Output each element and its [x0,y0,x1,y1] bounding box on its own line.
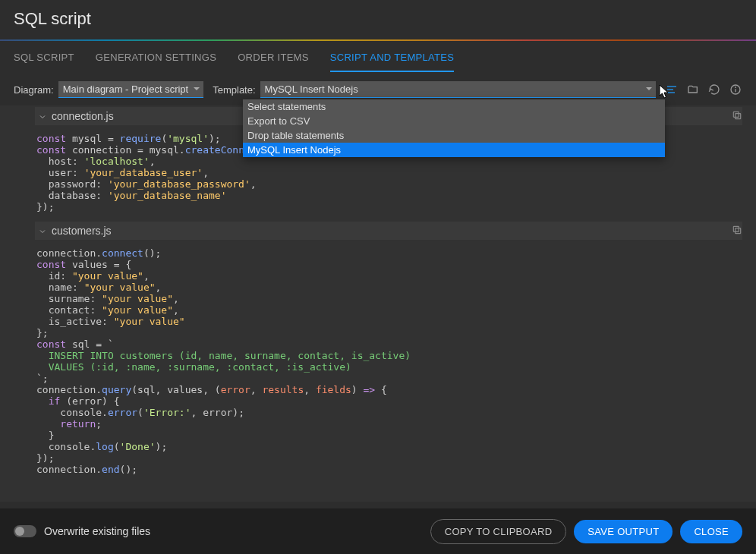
refresh-icon[interactable] [707,83,721,96]
svg-rect-9 [733,226,739,231]
tab-sql-script[interactable]: SQL SCRIPT [14,52,74,72]
close-button[interactable]: CLOSE [680,520,742,543]
template-dropdown: Select statements Export to CSV Drop tab… [243,99,665,157]
diagram-select[interactable]: Main diagram - Project script [58,81,203,98]
svg-rect-6 [736,114,741,119]
diagram-select-value: Main diagram - Project script [63,83,188,95]
save-output-button[interactable]: SAVE OUTPUT [574,520,673,543]
file-name: customers.js [52,225,112,237]
accent-divider [0,39,756,41]
tab-order-items[interactable]: ORDER ITEMS [238,52,309,72]
tab-bar: SQL SCRIPT GENERATION SETTINGS ORDER ITE… [0,41,756,72]
info-icon[interactable] [729,83,742,96]
svg-point-5 [736,87,736,88]
file-block-customers: customers.js connection.connect(); const… [36,222,742,478]
folder-open-icon[interactable] [686,83,700,96]
dropdown-option-select-statements[interactable]: Select statements [243,99,665,114]
diagram-label: Diagram: [14,84,54,96]
dialog-title: SQL script [14,9,742,29]
dialog-footer: Overwrite existing files COPY TO CLIPBOA… [0,508,756,554]
svg-rect-7 [733,112,739,117]
chevron-down-icon [38,226,47,235]
copy-to-clipboard-button[interactable]: COPY TO CLIPBOARD [430,519,567,544]
svg-rect-8 [736,228,741,234]
code-area: connection.js const mysql = require('mys… [0,107,756,502]
copy-icon[interactable] [732,110,742,123]
dropdown-option-drop-table[interactable]: Drop table statements [243,128,665,143]
template-label: Template: [213,84,255,96]
code-area-outer: connection.js const mysql = require('mys… [0,105,756,502]
file-header-customers[interactable]: customers.js [35,222,742,240]
toolbar: Diagram: Main diagram - Project script T… [0,72,756,105]
chevron-down-icon [38,112,47,121]
template-select-value: MySQL Insert Nodejs [265,83,358,95]
template-select[interactable]: MySQL Insert Nodejs [260,81,656,98]
toolbar-actions [665,83,742,96]
overwrite-label: Overwrite existing files [44,525,423,537]
dropdown-option-mysql-insert-nodejs[interactable]: MySQL Insert Nodejs [243,143,665,157]
align-left-icon[interactable] [665,83,679,96]
tab-script-and-templates[interactable]: SCRIPT AND TEMPLATES [330,52,455,72]
tab-generation-settings[interactable]: GENERATION SETTINGS [96,52,216,72]
dialog-header: SQL script [0,0,756,39]
file-name: connection.js [52,110,114,122]
overwrite-toggle[interactable] [14,525,36,537]
copy-icon[interactable] [732,225,742,238]
code-body-customers[interactable]: connection.connect(); const values = { i… [36,240,742,478]
dropdown-option-export-csv[interactable]: Export to CSV [243,114,665,128]
